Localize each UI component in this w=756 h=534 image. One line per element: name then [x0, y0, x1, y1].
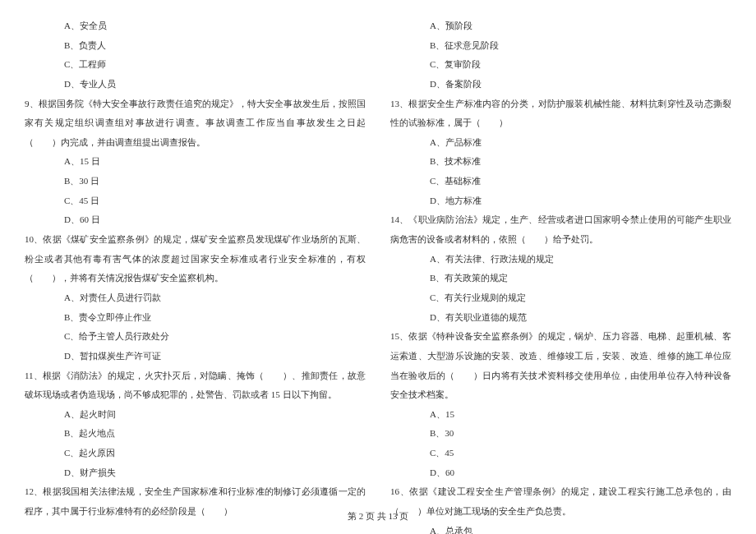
left-column: A、安全员 B、负责人 C、工程师 D、专业人员 9、根据国务院《特大安全事故行… — [25, 16, 378, 509]
right-column: A、预阶段 B、征求意见阶段 C、复审阶段 D、备案阶段 13、根据安全生产标准… — [378, 16, 731, 509]
q8-option-a: A、安全员 — [25, 16, 366, 36]
q10-option-c: C、给予主管人员行政处分 — [25, 327, 366, 347]
q15-option-b: B、30 — [390, 424, 731, 444]
q12-option-b: B、征求意见阶段 — [390, 36, 731, 56]
q13-option-a: A、产品标准 — [390, 133, 731, 153]
q15-option-a: A、15 — [390, 405, 731, 425]
q10-option-d: D、暂扣煤炭生产许可证 — [25, 347, 366, 366]
q11-text: 11、根据《消防法》的规定，火灾扑灭后，对隐瞒、掩饰（ ）、推卸责任，故意破坏现… — [25, 366, 366, 405]
q12-option-c: C、复审阶段 — [390, 55, 731, 75]
q11-option-d: D、财产损失 — [25, 463, 366, 483]
q15-option-c: C、45 — [390, 444, 731, 463]
q9-option-b: B、30 日 — [25, 172, 366, 191]
q11-option-b: B、起火地点 — [25, 424, 366, 444]
q13-option-c: C、基础标准 — [390, 172, 731, 191]
q14-option-b: B、有关政策的规定 — [390, 269, 731, 288]
q9-option-a: A、15 日 — [25, 152, 366, 172]
q11-option-a: A、起火时间 — [25, 405, 366, 425]
page-container: A、安全员 B、负责人 C、工程师 D、专业人员 9、根据国务院《特大安全事故行… — [0, 0, 756, 534]
q10-option-b: B、责令立即停止作业 — [25, 308, 366, 328]
q10-option-a: A、对责任人员进行罚款 — [25, 288, 366, 308]
q13-option-b: B、技术标准 — [390, 152, 731, 172]
q13-text: 13、根据安全生产标准内容的分类，对防护服装机械性能、材料抗刺穿性及动态撕裂性的… — [390, 94, 731, 133]
q14-option-d: D、有关职业道德的规范 — [390, 308, 731, 328]
q16-option-a: A、总承包 — [390, 522, 731, 534]
q15-text: 15、依据《特种设备安全监察条例》的规定，锅炉、压力容器、电梯、起重机械、客运索… — [390, 327, 731, 405]
q8-option-d: D、专业人员 — [25, 75, 366, 94]
q8-option-b: B、负责人 — [25, 36, 366, 56]
q10-text: 10、依据《煤矿安全监察条例》的规定，煤矿安全监察员发现煤矿作业场所的瓦斯、粉尘… — [25, 230, 366, 288]
q13-option-d: D、地方标准 — [390, 191, 731, 211]
q14-option-a: A、有关法律、行政法规的规定 — [390, 250, 731, 269]
q9-option-c: C、45 日 — [25, 191, 366, 211]
q14-text: 14、《职业病防治法》规定，生产、经营或者进口国家明令禁止使用的可能产生职业病危… — [390, 210, 731, 249]
q9-option-d: D、60 日 — [25, 210, 366, 230]
q11-option-c: C、起火原因 — [25, 444, 366, 463]
q8-option-c: C、工程师 — [25, 55, 366, 75]
q15-option-d: D、60 — [390, 463, 731, 483]
q14-option-c: C、有关行业规则的规定 — [390, 288, 731, 308]
q9-text: 9、根据国务院《特大安全事故行政责任追究的规定》，特大安全事故发生后，按照国家有… — [25, 94, 366, 153]
page-footer: 第 2 页 共 13 页 — [0, 510, 756, 522]
q12-option-a: A、预阶段 — [390, 16, 731, 36]
q12-option-d: D、备案阶段 — [390, 75, 731, 94]
